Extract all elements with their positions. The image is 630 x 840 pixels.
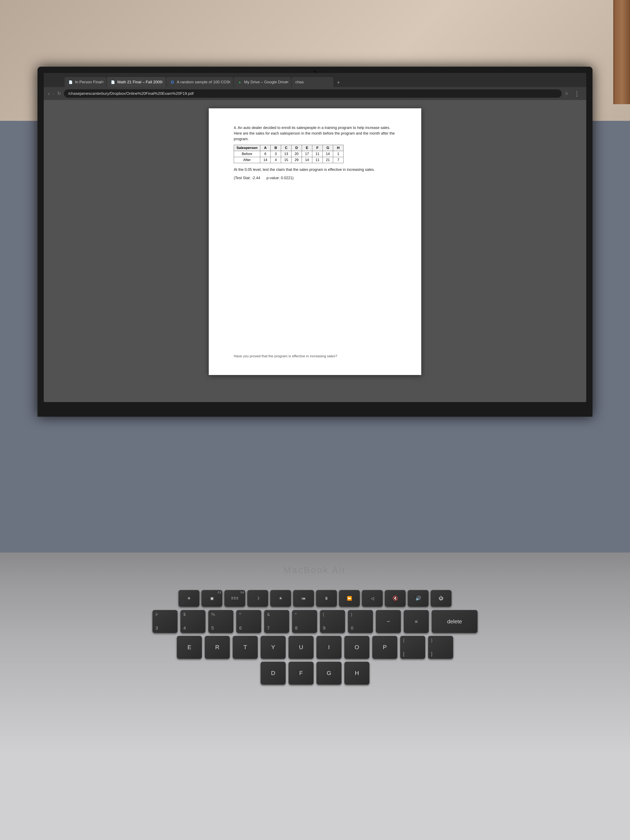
test-stat-label: (Test Stat: -2.44: [234, 176, 260, 180]
tab-bar: 📄 In Person Final ✕ 📄 Math 21 Final – Fa…: [44, 73, 586, 87]
tab-chas[interactable]: chas: [292, 77, 333, 87]
tab-mydrive-close[interactable]: ✕: [286, 80, 289, 84]
tab-inperson[interactable]: 📄 In Person Final ✕: [65, 77, 106, 87]
key-f9[interactable]: ⏩: [339, 590, 360, 607]
key-amp-7[interactable]: & 7: [264, 610, 289, 633]
before-e: 17: [302, 151, 312, 157]
tab-math21-label: Math 21 Final – Fall 2009: [117, 80, 162, 84]
screen: 📄 In Person Final ✕ 📄 Math 21 Final – Fa…: [44, 73, 586, 402]
table-header-c: C: [281, 145, 292, 151]
key-f5[interactable]: ☽: [247, 590, 268, 607]
table-header-salesperson: Salesperson: [234, 145, 260, 151]
before-a: 6: [260, 151, 271, 157]
before-h: 1: [333, 151, 344, 157]
key-caret-6[interactable]: ^ 6: [236, 610, 261, 633]
key-rparen-0[interactable]: ) 0: [348, 610, 373, 633]
key-dollar-4[interactable]: $ 4: [180, 610, 205, 633]
after-g: 21: [323, 157, 333, 163]
table-header-b: B: [271, 145, 281, 151]
keyboard: ☀ ▣ F3 ⠿⠿⠿ F4 ☽ ☀ ⏮ ⏸ ⏩ ◁ 🔇 🔊 ⏻ # 3: [58, 590, 572, 687]
key-f11[interactable]: 🔇: [385, 590, 406, 607]
address-bar-area: ‹ › ↻ /chasejamescanterbury/Dropbox/Onli…: [44, 87, 586, 100]
tab-inperson-label: In Person Final: [75, 80, 102, 84]
after-c: 15: [281, 157, 292, 163]
table-header-f: F: [312, 145, 323, 151]
tab-math21[interactable]: 📄 Math 21 Final – Fall 2009 ✕: [107, 77, 166, 87]
key-power[interactable]: ⏻: [431, 590, 452, 607]
refresh-button[interactable]: ↻: [57, 91, 61, 96]
pdf-page: 4. An auto dealer decided to enroll its …: [209, 108, 421, 375]
key-f7[interactable]: ⏮: [293, 590, 314, 607]
key-f12[interactable]: 🔊: [408, 590, 428, 607]
bottom-question: Have you proved that the program is effe…: [234, 354, 396, 358]
tab-inperson-close[interactable]: ✕: [101, 80, 104, 84]
key-f[interactable]: F: [289, 662, 314, 685]
key-h[interactable]: H: [344, 662, 369, 685]
fn-key-row: ☀ ▣ F3 ⠿⠿⠿ F4 ☽ ☀ ⏮ ⏸ ⏩ ◁ 🔇 🔊 ⏻: [58, 590, 572, 607]
key-f2[interactable]: ☀: [178, 590, 199, 607]
key-g[interactable]: G: [316, 662, 341, 685]
data-table: Salesperson A B C D E F G H Before 6: [234, 145, 344, 163]
tab-mydrive-favicon: ▲: [237, 80, 242, 84]
key-equals[interactable]: =: [404, 610, 429, 633]
table-header-g: G: [323, 145, 333, 151]
new-tab-button[interactable]: +: [334, 78, 343, 87]
after-b: 4: [271, 157, 281, 163]
bookmark-icon[interactable]: ☆: [565, 91, 569, 96]
key-f6[interactable]: ☀: [270, 590, 291, 607]
key-rbracket[interactable]: } ]: [428, 636, 453, 659]
key-f3[interactable]: ▣ F3: [202, 590, 222, 607]
number-row: # 3 $ 4 % 5 ^ 6 & 7 * 8: [58, 610, 572, 633]
wood-frame: [613, 0, 630, 104]
qwerty-row: E R T Y U I O P { [ } ]: [58, 636, 572, 659]
test-stat-text: (Test Stat: -2.44 p-value: 0.0221): [234, 176, 396, 180]
browser-content: 4. An auto dealer decided to enroll its …: [44, 100, 586, 402]
before-f: 11: [312, 151, 323, 157]
key-d[interactable]: D: [261, 662, 286, 685]
key-p[interactable]: P: [372, 636, 397, 659]
back-button[interactable]: ‹: [48, 90, 50, 97]
tab-chas-label: chas: [295, 80, 304, 84]
key-o[interactable]: O: [344, 636, 369, 659]
key-hash-3[interactable]: # 3: [153, 610, 177, 633]
table-row-after: After 14 4 15 29 14 11 21 7: [234, 157, 344, 163]
address-bar[interactable]: /chasejamescanterbury/Dropbox/Online%20F…: [64, 89, 562, 98]
key-i[interactable]: I: [316, 636, 341, 659]
key-star-8[interactable]: * 8: [292, 610, 317, 633]
key-delete[interactable]: delete: [432, 610, 477, 633]
instruction-text: At the 0.05 level, test the claim that t…: [234, 167, 396, 172]
key-u[interactable]: U: [289, 636, 314, 659]
tab-random-close[interactable]: ✕: [228, 80, 231, 84]
before-label: Before: [234, 151, 260, 157]
tab-math21-close[interactable]: ✕: [160, 80, 164, 84]
address-text: /chasejamescanterbury/Dropbox/Online%20F…: [68, 91, 194, 96]
forward-button[interactable]: ›: [53, 90, 55, 97]
key-f10[interactable]: ◁: [362, 590, 383, 607]
after-d: 29: [292, 157, 302, 163]
key-f4[interactable]: ⠿⠿⠿ F4: [224, 590, 245, 607]
key-t[interactable]: T: [233, 636, 258, 659]
key-minus[interactable]: −: [376, 610, 401, 633]
table-row-before: Before 6 3 13 20 17 11 14 1: [234, 151, 344, 157]
table-header-e: E: [302, 145, 312, 151]
tab-random[interactable]: G A random sample of 100 COS ✕: [166, 77, 233, 87]
table-header-d: D: [292, 145, 302, 151]
key-y[interactable]: Y: [261, 636, 286, 659]
tab-mydrive[interactable]: ▲ My Drive – Google Drive ✕: [234, 77, 291, 87]
home-row: D F G H: [58, 662, 572, 685]
key-lparen-9[interactable]: ( 9: [320, 610, 345, 633]
after-h: 7: [333, 157, 344, 163]
key-percent-5[interactable]: % 5: [208, 610, 233, 633]
key-f8[interactable]: ⏸: [316, 590, 337, 607]
key-e[interactable]: E: [177, 636, 202, 659]
tab-mydrive-label: My Drive – Google Drive: [244, 80, 287, 84]
after-a: 14: [260, 157, 271, 163]
key-r[interactable]: R: [205, 636, 230, 659]
after-e: 14: [302, 157, 312, 163]
browser-chrome: 📄 In Person Final ✕ 📄 Math 21 Final – Fa…: [44, 73, 586, 100]
tab-math21-favicon: 📄: [111, 80, 115, 84]
overflow-menu-button[interactable]: ⋮: [572, 90, 582, 97]
before-d: 20: [292, 151, 302, 157]
tab-random-favicon: G: [170, 80, 175, 84]
key-lbracket[interactable]: { [: [400, 636, 425, 659]
